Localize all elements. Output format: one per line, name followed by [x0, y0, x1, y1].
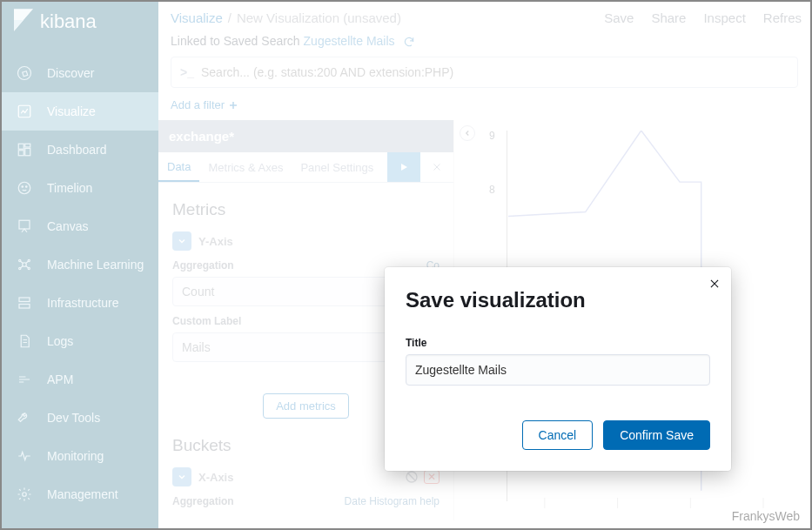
- watermark: FrankysWeb: [732, 509, 800, 523]
- confirm-save-button[interactable]: Confirm Save: [603, 420, 710, 450]
- cancel-button[interactable]: Cancel: [522, 420, 594, 450]
- close-icon: [708, 278, 721, 290]
- title-field[interactable]: [406, 354, 710, 386]
- modal-close-button[interactable]: [708, 278, 721, 292]
- title-field-label: Title: [406, 337, 710, 349]
- save-visualization-modal: Save visualization Title Cancel Confirm …: [385, 267, 731, 471]
- modal-title: Save visualization: [406, 288, 710, 312]
